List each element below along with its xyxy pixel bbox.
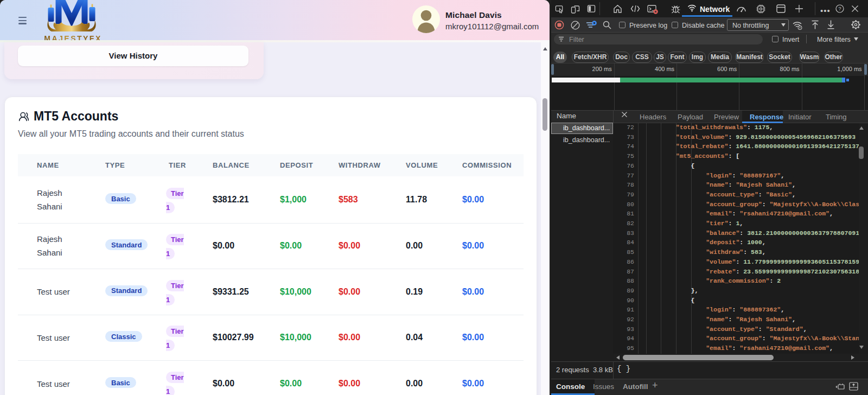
svg-text:?: ?: [838, 5, 841, 11]
